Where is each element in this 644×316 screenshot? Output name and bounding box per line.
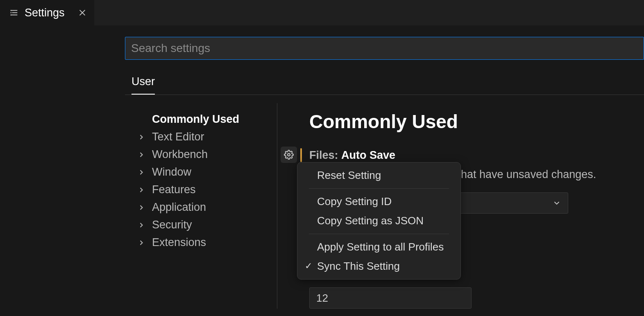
section-title: Commonly Used bbox=[309, 111, 644, 133]
tree-item-label: Extensions bbox=[152, 236, 206, 249]
tree-item-extensions[interactable]: Extensions bbox=[137, 234, 277, 251]
menu-sync-this-setting[interactable]: ✓ Sync This Setting bbox=[297, 257, 460, 276]
setting-category: Files: bbox=[309, 149, 338, 161]
search-input[interactable] bbox=[125, 37, 644, 60]
tab-bar-empty bbox=[94, 0, 644, 25]
tree-item-features[interactable]: Features bbox=[137, 181, 277, 199]
close-icon[interactable] bbox=[78, 8, 87, 17]
gear-icon[interactable] bbox=[281, 147, 297, 163]
svg-point-4 bbox=[11, 13, 11, 13]
tree-item-label: Window bbox=[152, 166, 191, 178]
scope-tab-user[interactable]: User bbox=[132, 72, 155, 95]
chevron-right-icon bbox=[137, 186, 148, 194]
svg-point-3 bbox=[11, 10, 11, 11]
scope-tabs: User bbox=[125, 72, 644, 95]
chevron-right-icon bbox=[137, 151, 148, 159]
chevron-down-icon bbox=[552, 199, 561, 208]
number-input-value: 12 bbox=[316, 292, 328, 305]
chevron-right-icon bbox=[137, 221, 148, 229]
menu-separator bbox=[309, 188, 449, 189]
tab-settings[interactable]: Settings bbox=[0, 0, 94, 25]
tree-item-label: Commonly Used bbox=[152, 113, 239, 126]
tree-item-label: Workbench bbox=[152, 148, 208, 161]
tree-item-security[interactable]: Security bbox=[137, 216, 277, 234]
check-icon: ✓ bbox=[305, 261, 312, 271]
number-input[interactable]: 12 bbox=[309, 287, 472, 309]
menu-apply-all-profiles[interactable]: Apply Setting to all Profiles bbox=[297, 237, 460, 257]
tree-item-label: Features bbox=[152, 183, 196, 196]
tree-item-commonly-used[interactable]: Commonly Used bbox=[137, 111, 277, 128]
chevron-right-icon bbox=[137, 168, 148, 176]
settings-list-icon bbox=[10, 8, 19, 17]
chevron-right-icon bbox=[137, 203, 148, 212]
tree-item-label: Text Editor bbox=[152, 131, 204, 143]
menu-copy-setting-json[interactable]: Copy Setting as JSON bbox=[297, 211, 460, 230]
menu-copy-setting-id[interactable]: Copy Setting ID bbox=[297, 192, 460, 211]
left-gutter bbox=[0, 25, 125, 316]
tree-item-label: Application bbox=[152, 201, 206, 214]
chevron-right-icon bbox=[137, 239, 148, 247]
search-wrap bbox=[125, 37, 644, 60]
tree-item-workbench[interactable]: Workbench bbox=[137, 146, 277, 163]
svg-point-5 bbox=[11, 15, 11, 15]
menu-reset-setting[interactable]: Reset Setting bbox=[297, 166, 460, 185]
menu-separator bbox=[309, 234, 449, 234]
menu-item-label: Sync This Setting bbox=[317, 260, 400, 272]
tree-item-application[interactable]: Application bbox=[137, 199, 277, 216]
context-menu: Reset Setting Copy Setting ID Copy Setti… bbox=[297, 162, 461, 280]
tab-title: Settings bbox=[25, 7, 65, 19]
settings-tree: Commonly Used Text Editor Workbench bbox=[125, 103, 277, 309]
setting-name: Auto Save bbox=[341, 149, 395, 161]
tree-item-label: Security bbox=[152, 219, 192, 231]
chevron-right-icon bbox=[137, 133, 148, 141]
tree-item-window[interactable]: Window bbox=[137, 163, 277, 181]
setting-description-text: hat have unsaved changes. bbox=[461, 168, 596, 181]
svg-point-8 bbox=[288, 153, 290, 156]
tree-item-text-editor[interactable]: Text Editor bbox=[137, 128, 277, 146]
tab-bar: Settings bbox=[0, 0, 644, 25]
modified-indicator bbox=[300, 148, 302, 162]
setting-label: Files: Auto Save bbox=[309, 149, 644, 162]
